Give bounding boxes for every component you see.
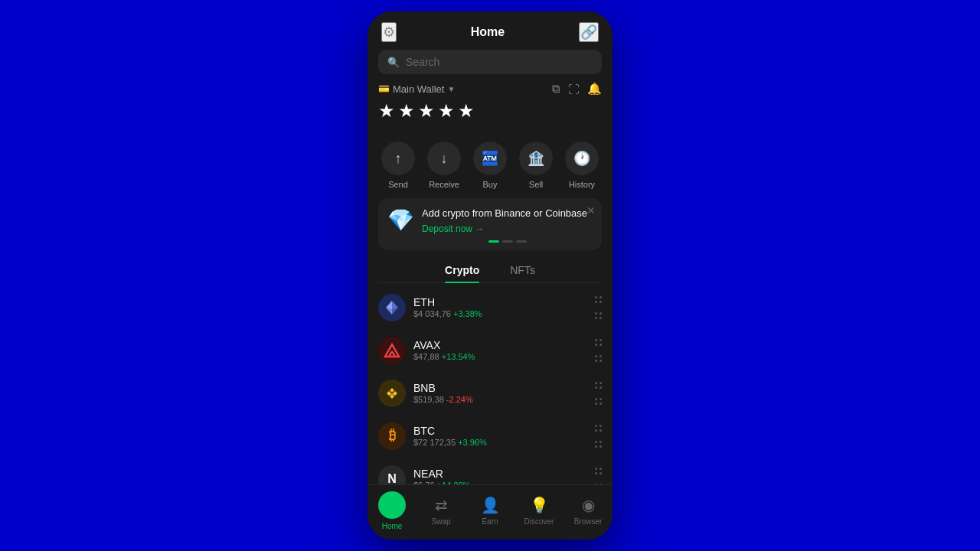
phone-container: ⚙ Home 🔗 🔍 💳 Main Wallet ▼ ⧉ ⛶ 🔔 ★★★★★ ↑… — [368, 11, 612, 540]
bnb-change: -2.24% — [446, 395, 473, 404]
header: ⚙ Home 🔗 — [368, 11, 612, 50]
bnb-icon — [378, 380, 406, 407]
eth-name: ETH — [413, 296, 587, 308]
expand-button[interactable]: ⛶ — [568, 83, 580, 96]
near-menu-dots[interactable] — [595, 468, 602, 474]
banner-close-button[interactable]: ✕ — [586, 204, 596, 217]
tab-crypto[interactable]: Crypto — [445, 264, 479, 282]
tab-nfts[interactable]: NFTs — [510, 264, 535, 282]
asset-row-near[interactable]: Ν NEAR $6,76 +14.28% — [368, 458, 612, 484]
bnb-name: BNB — [413, 382, 587, 394]
search-input[interactable] — [406, 56, 593, 68]
asset-list: ETH $4 034,76 +3.38% AVAX — [368, 283, 612, 484]
eth-menu-dots-2 — [595, 312, 602, 319]
buy-label: Buy — [483, 180, 498, 189]
svg-marker-7 — [390, 388, 394, 393]
eth-value — [595, 296, 602, 319]
sell-icon-circle: 🏦 — [519, 142, 553, 175]
eth-change: +3.38% — [453, 309, 482, 318]
eth-icon — [378, 294, 406, 321]
discover-icon: 💡 — [530, 496, 549, 514]
near-info: NEAR $6,76 +14.28% — [413, 468, 587, 484]
bnb-info: BNB $519,38 -2.24% — [413, 382, 587, 404]
btc-value — [595, 425, 602, 448]
send-icon-circle: ↑ — [381, 142, 415, 175]
banner-text: Add crypto from Binance or Coinbase Depo… — [422, 207, 593, 243]
asset-tabs: Crypto NFTs — [378, 258, 602, 283]
btc-menu-dots[interactable] — [595, 425, 602, 432]
earn-icon: 👤 — [481, 496, 500, 514]
btc-change: +3.96% — [458, 438, 487, 447]
actions-row: ↑ Send ↓ Receive 🏧 Buy 🏦 Sell 🕐 History — [368, 139, 612, 198]
bnb-sub: $519,38 -2.24% — [413, 395, 587, 404]
btc-icon: ₿ — [378, 422, 406, 450]
receive-icon-circle: ↓ — [427, 142, 461, 175]
btc-name: BTC — [413, 425, 587, 437]
btc-price: $72 172,35 — [413, 438, 456, 447]
deposit-link[interactable]: Deposit now → — [422, 223, 593, 234]
sell-label: Sell — [529, 180, 543, 189]
bottom-nav: ⌂ Home ⇄ Swap 👤 Earn 💡 Discover ◉ Browse… — [368, 484, 612, 540]
page-title: Home — [471, 25, 505, 39]
wallet-section: 💳 Main Wallet ▼ ⧉ ⛶ 🔔 ★★★★★ — [368, 82, 612, 139]
banner-title: Add crypto from Binance or Coinbase — [422, 207, 593, 220]
avax-info: AVAX $47,88 +13.54% — [413, 339, 587, 361]
avax-sub: $47,88 +13.54% — [413, 352, 587, 361]
nav-swap-label: Swap — [431, 517, 450, 526]
scan-button[interactable]: 🔗 — [579, 22, 599, 42]
send-button[interactable]: ↑ Send — [381, 142, 415, 189]
asset-row-avax[interactable]: AVAX $47,88 +13.54% — [368, 329, 612, 372]
search-bar: 🔍 — [378, 50, 602, 74]
nav-earn-label: Earn — [482, 517, 498, 526]
dot-2 — [502, 240, 513, 243]
asset-row-btc[interactable]: ₿ BTC $72 172,35 +3.96% — [368, 415, 612, 458]
home-nav-bg: ⌂ — [378, 491, 406, 519]
nav-discover[interactable]: 💡 Discover — [520, 496, 558, 526]
receive-label: Receive — [429, 180, 459, 189]
avax-value — [595, 339, 602, 362]
nav-browser[interactable]: ◉ Browser — [569, 496, 607, 526]
bnb-value — [595, 382, 602, 405]
avax-name: AVAX — [413, 339, 587, 351]
nav-swap[interactable]: ⇄ Swap — [422, 496, 460, 526]
eth-info: ETH $4 034,76 +3.38% — [413, 296, 587, 318]
settings-button[interactable]: ⚙ — [381, 22, 397, 42]
asset-row-bnb[interactable]: BNB $519,38 -2.24% — [368, 372, 612, 415]
banner-pagination — [422, 240, 593, 243]
buy-icon-circle: 🏧 — [473, 142, 507, 175]
near-name: NEAR — [413, 468, 587, 480]
history-button[interactable]: 🕐 History — [565, 142, 599, 189]
btc-sub: $72 172,35 +3.96% — [413, 438, 587, 447]
bnb-menu-dots[interactable] — [595, 382, 602, 389]
near-icon: Ν — [378, 465, 406, 484]
wallet-name[interactable]: 💳 Main Wallet ▼ — [378, 83, 455, 95]
receive-button[interactable]: ↓ Receive — [427, 142, 461, 189]
send-label: Send — [388, 180, 408, 189]
asset-row-eth[interactable]: ETH $4 034,76 +3.38% — [368, 286, 612, 329]
sell-button[interactable]: 🏦 Sell — [519, 142, 553, 189]
copy-address-button[interactable]: ⧉ — [552, 82, 560, 96]
avax-price: $47,88 — [413, 352, 439, 361]
deposit-link-text: Deposit now → — [422, 223, 484, 234]
wallet-name-label: Main Wallet — [393, 83, 444, 95]
nav-earn[interactable]: 👤 Earn — [471, 496, 509, 526]
wallet-name-row: 💳 Main Wallet ▼ ⧉ ⛶ 🔔 — [378, 82, 602, 96]
svg-marker-4 — [385, 344, 399, 357]
nav-home[interactable]: ⌂ Home — [373, 491, 411, 530]
btc-info: BTC $72 172,35 +3.96% — [413, 425, 587, 447]
search-icon: 🔍 — [387, 57, 400, 68]
balance-hidden: ★★★★★ — [378, 100, 602, 122]
home-icon: ⌂ — [388, 497, 397, 514]
near-value — [595, 468, 602, 484]
wallet-chevron-icon: ▼ — [447, 85, 455, 93]
avax-menu-dots[interactable] — [595, 339, 602, 346]
history-icon-circle: 🕐 — [565, 142, 599, 175]
eth-menu-dots[interactable] — [595, 296, 602, 303]
avax-change: +13.54% — [442, 352, 475, 361]
eth-sub: $4 034,76 +3.38% — [413, 309, 587, 318]
nav-browser-label: Browser — [574, 517, 603, 526]
wallet-icon: 💳 — [378, 83, 390, 94]
browser-icon: ◉ — [582, 496, 595, 514]
notifications-button[interactable]: 🔔 — [587, 82, 602, 96]
buy-button[interactable]: 🏧 Buy — [473, 142, 507, 189]
